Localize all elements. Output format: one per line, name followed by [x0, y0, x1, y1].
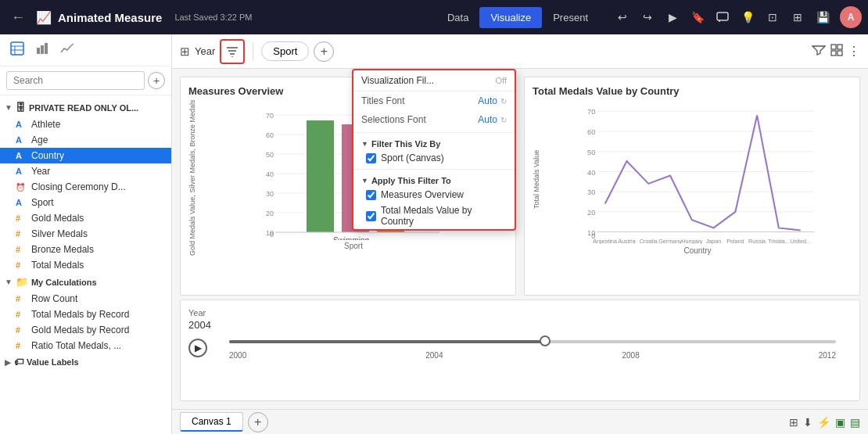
fp-filter-sport[interactable]: Sport (Canvas)	[353, 150, 515, 166]
svg-rect-15	[831, 51, 836, 56]
svg-rect-7	[41, 45, 44, 54]
type-icon-a: A	[16, 151, 27, 160]
hint-button[interactable]: 💡	[737, 6, 759, 28]
tree-item-gold[interactable]: # Gold Medals	[0, 210, 171, 226]
year-tick-2004: 2004	[425, 351, 443, 360]
svg-rect-8	[45, 43, 48, 54]
sidebar-trend-icon[interactable]	[58, 41, 77, 59]
comment-button[interactable]	[712, 6, 733, 28]
sidebar-bar-icon[interactable]	[33, 39, 52, 61]
caret-icon: ▶	[5, 358, 11, 367]
svg-text:70: 70	[266, 112, 274, 120]
type-icon-a: A	[16, 120, 27, 129]
tree-item-country[interactable]: A Country	[0, 148, 171, 163]
line-chart-svg: 70 60 50 40 30 20 10 0	[543, 103, 852, 244]
fp-measures-checkbox[interactable]	[366, 190, 376, 200]
top-icons: ↩ ↪ ▶ 🔖 💡 ⊡ ⊞ 💾	[612, 6, 834, 28]
tree-item-athlete[interactable]: A Athlete	[0, 117, 171, 132]
bar-chart-y-label: Gold Medals Value, Silver Medals, Bronze…	[188, 103, 196, 256]
tree-group-private-header[interactable]: ▼ 🗄 PRIVATE READ ONLY OL...	[0, 99, 171, 117]
tree-item-sport[interactable]: A Sport	[0, 195, 171, 210]
redo-button[interactable]: ↪	[637, 6, 658, 28]
sidebar-tree: ▼ 🗄 PRIVATE READ ONLY OL... A Athlete A …	[0, 95, 171, 434]
filter-panel-button[interactable]	[220, 39, 245, 64]
bottom-bar-right: ⊞ ⬇ ⚡ ▣ ▤	[789, 416, 860, 429]
fp-sport-checkbox[interactable]	[366, 153, 376, 163]
svg-text:60: 60	[266, 131, 274, 139]
tab-present[interactable]: Present	[542, 7, 599, 28]
tree-item-bronze[interactable]: # Bronze Medals	[0, 242, 171, 257]
filter-dropdown-icon[interactable]	[812, 45, 826, 59]
tree-item-silver[interactable]: # Silver Medals	[0, 226, 171, 242]
tree-item-totalmedals-rec[interactable]: # Total Medals by Record	[0, 307, 171, 322]
bottom-grid-icon[interactable]: ⊞	[789, 416, 798, 429]
tree-group-valuelabels-header[interactable]: ▶ 🏷 Value Labels	[0, 353, 171, 371]
save-button[interactable]: 💾	[812, 6, 834, 28]
bottom-green-icon-1[interactable]: ▣	[835, 416, 845, 429]
tree-item-rowcount[interactable]: # Row Count	[0, 291, 171, 307]
undo-button[interactable]: ↩	[612, 6, 633, 28]
slider-thumb[interactable]	[540, 335, 551, 346]
fp-off-label: Off	[496, 76, 507, 85]
fp-totalmedals-checkbox[interactable]	[366, 211, 376, 221]
titles-refresh-icon[interactable]: ↻	[500, 97, 507, 106]
year-current-value: 2004	[188, 319, 852, 331]
table-view-icon[interactable]: ⊞	[180, 45, 190, 59]
tree-item-total[interactable]: # Total Medals	[0, 257, 171, 273]
fp-selections-val: Auto ↻	[478, 114, 507, 125]
bottom-green-icon-2[interactable]: ▤	[850, 416, 860, 429]
play-year-button[interactable]: ▶	[188, 339, 207, 357]
line-chart-title: Total Medals Value by Country	[533, 85, 852, 97]
svg-text:30: 30	[266, 190, 274, 198]
bookmark-button[interactable]: 🔖	[687, 6, 708, 28]
svg-rect-16	[838, 51, 842, 56]
tree-group-private: ▼ 🗄 PRIVATE READ ONLY OL... A Athlete A …	[0, 99, 171, 273]
last-saved: Last Saved 3:22 PM	[174, 13, 252, 22]
sidebar: + ▼ 🗄 PRIVATE READ ONLY OL... A Athlete …	[0, 34, 172, 434]
sidebar-table-icon[interactable]	[8, 39, 27, 61]
sport-filter-pill[interactable]: Sport	[261, 41, 309, 61]
year-section-label: Year	[188, 308, 852, 317]
search-input[interactable]	[6, 71, 145, 90]
svg-text:60: 60	[587, 128, 595, 136]
year-slider-container: 2000 2004 2008 2012	[213, 334, 852, 361]
slider-labels: 2000 2004 2008 2012	[213, 350, 852, 361]
tree-item-age[interactable]: A Age	[0, 132, 171, 148]
tree-item-goldmedals-rec[interactable]: # Gold Medals by Record	[0, 322, 171, 338]
fp-apply-filter-section[interactable]: ▼ Apply This Filter To	[353, 173, 515, 187]
tab-data[interactable]: Data	[436, 7, 479, 28]
play-button[interactable]: ▶	[662, 6, 683, 28]
grid-button[interactable]: ⊞	[787, 6, 809, 28]
bottom-download-icon[interactable]: ⬇	[803, 416, 812, 429]
avatar[interactable]: A	[840, 6, 862, 28]
toolbar: ⊞ Year Sport +	[172, 34, 868, 69]
svg-text:Croatia: Croatia	[640, 238, 658, 244]
tree-item-closing[interactable]: ⏰ Closing Ceremony D...	[0, 179, 171, 195]
svg-text:Germany: Germany	[658, 238, 682, 244]
back-button[interactable]: ←	[6, 6, 30, 29]
expand-button[interactable]: ⊡	[762, 6, 784, 28]
selections-refresh-icon[interactable]: ↻	[500, 116, 507, 124]
toolbar-divider	[253, 42, 253, 61]
add-filter-button[interactable]: +	[314, 41, 334, 62]
year-label: Year	[195, 45, 215, 57]
canvas-tab-1[interactable]: Canvas 1	[180, 412, 243, 432]
bottom-lightning-icon[interactable]: ⚡	[817, 416, 830, 429]
charts-row-top: Measures Overview Gold Medals Value, Sil…	[172, 69, 868, 299]
svg-text:70: 70	[587, 108, 595, 116]
fp-titles-label: Titles Font	[361, 95, 405, 106]
tree-group-calc-header[interactable]: ▼ 📁 My Calculations	[0, 273, 171, 291]
type-icon-hash: #	[16, 260, 27, 270]
tree-item-year[interactable]: A Year	[0, 163, 171, 179]
add-canvas-button[interactable]: +	[248, 412, 268, 432]
add-field-button[interactable]: +	[148, 72, 165, 89]
view-grid-icon[interactable]	[830, 44, 843, 59]
fp-apply-totalmedals[interactable]: Total Medals Value by Country	[353, 203, 515, 229]
tree-item-ratio[interactable]: # Ratio Total Medals, ...	[0, 338, 171, 353]
year-tick-2008: 2008	[622, 351, 640, 360]
fp-apply-measures[interactable]: Measures Overview	[353, 187, 515, 203]
fp-filter-viz-section[interactable]: ▼ Filter This Viz By	[353, 136, 515, 150]
bar-gold[interactable]	[307, 120, 334, 232]
more-options-button[interactable]: ⋮	[848, 44, 860, 59]
tab-visualize[interactable]: Visualize	[479, 7, 542, 28]
